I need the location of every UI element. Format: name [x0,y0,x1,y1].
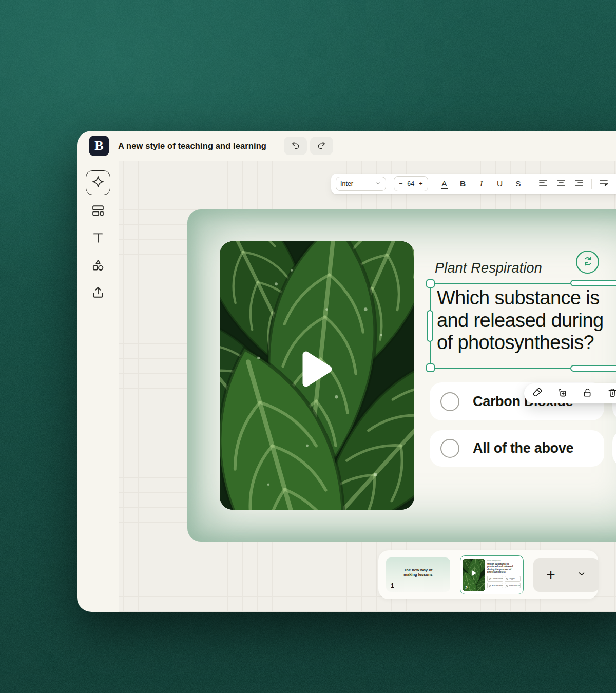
mini-option: Carbon Dioxide [487,576,503,582]
answer-option-card[interactable]: All of the above [430,430,604,467]
element-action-toolbar [524,383,616,403]
resize-handle-left[interactable] [427,310,433,342]
text-wrap-icon [599,178,609,190]
question-line: and released during [437,310,604,332]
slide-number: 1 [391,582,394,589]
chevron-down-icon [577,569,586,581]
video-block[interactable] [220,241,414,510]
text-icon [91,230,105,247]
app-window: B A new style of teaching and learning [77,131,616,612]
align-right-button[interactable] [570,178,588,190]
app-logo[interactable]: B [89,136,109,156]
align-center-icon [556,178,566,190]
italic-button[interactable]: I [472,179,491,188]
question-line: of photosynthesis? [437,332,604,354]
bold-button[interactable]: B [454,179,472,188]
answer-option-label: All of the above [473,440,573,456]
trash-icon [607,387,616,400]
chevron-down-icon [375,180,381,188]
redo-icon [317,140,326,152]
mini-option: None of the above [505,583,521,588]
upload-icon [91,285,105,302]
duplicate-icon [556,387,568,400]
upload-tool[interactable] [91,285,105,302]
font-family-value: Inter [340,180,353,187]
refresh-icon [582,255,594,270]
mini-heading: Plant Respiration [487,560,521,562]
unlock-icon [582,387,593,400]
delete-button[interactable] [607,388,616,399]
mini-option: All of the above [487,583,503,588]
mini-radio-icon [506,585,508,587]
strikethrough-button[interactable]: S [509,179,528,188]
slide-canvas: Plant Respiration [187,209,616,542]
logo-letter: B [94,138,103,153]
thumbnail-2-content: Plant Respiration Which substance is pro… [487,559,521,591]
answer-option-card-partial[interactable] [612,430,616,467]
regenerate-button[interactable] [576,251,599,274]
radio-button[interactable] [440,439,459,458]
radio-button[interactable] [440,392,459,411]
ai-sparkle-tool[interactable] [86,170,110,195]
toolbar-divider [531,179,531,189]
mini-radio-icon [489,585,491,587]
slide-thumbnail-bar: The new way of making lessons 1 2 Plant … [378,550,598,599]
mini-radio-icon [489,578,491,580]
resize-handle-bottom-left[interactable] [426,363,435,372]
duplicate-button[interactable] [556,388,568,399]
text-wrap-button[interactable] [595,178,613,190]
align-center-button[interactable] [552,178,570,190]
layout-icon [91,203,105,220]
tool-sidebar [77,161,119,612]
slide-thumbnail-1[interactable]: The new way of making lessons 1 [386,557,450,592]
top-bar: B A new style of teaching and learning [77,131,616,161]
slide-number: 2 [465,585,468,590]
shapes-tool[interactable] [91,258,105,275]
question-text: Which substance is and released during o… [437,287,604,354]
font-family-select[interactable]: Inter [336,177,386,191]
thumbnail-leaf-image: 2 [463,559,485,591]
editor-canvas: Inter − 64 + A B I U S [119,161,616,612]
shapes-icon [91,258,105,275]
align-right-icon [574,178,584,190]
layout-tool[interactable] [91,203,105,220]
style-brush-button[interactable] [531,388,543,399]
mini-option: Oxygen [505,576,521,582]
resize-handle-top-left[interactable] [426,279,435,288]
lock-button[interactable] [582,388,593,399]
redo-button[interactable] [310,137,333,155]
undo-button[interactable] [284,137,307,155]
text-color-button[interactable]: A [435,179,454,188]
add-slide-control: + [533,558,599,592]
add-slide-button[interactable]: + [535,567,566,583]
undo-icon [291,140,300,152]
sparkle-icon [91,175,105,190]
mini-radio-icon [506,578,508,580]
play-icon [301,350,334,389]
add-slide-dropdown-button[interactable] [566,569,597,581]
increase-font-button[interactable]: + [419,180,422,187]
slide-heading[interactable]: Plant Respiration [435,260,542,276]
mini-question: Which substance is produced and released… [487,563,521,574]
font-size-stepper: − 64 + [394,176,428,191]
slide-thumbnail-2-selected[interactable]: 2 Plant Respiration Which substance is p… [460,555,524,594]
question-line: Which substance is [437,287,604,310]
underline-button[interactable]: U [491,179,509,188]
decrease-font-button[interactable]: − [399,180,402,187]
resize-handle-top[interactable] [570,280,616,286]
play-button[interactable] [301,350,334,391]
mini-play-icon [472,569,476,578]
resize-handle-bottom[interactable] [570,365,616,372]
document-title[interactable]: A new style of teaching and learning [118,131,266,161]
align-left-button[interactable] [534,178,552,190]
align-left-icon [538,178,548,190]
font-size-value: 64 [407,180,414,187]
toolbar-divider [591,179,592,189]
format-toolbar: Inter − 64 + A B I U S [331,174,616,194]
paintbrush-icon [531,387,543,400]
text-tool[interactable] [91,230,105,247]
plus-icon: + [546,567,555,583]
thumbnail-1-title: The new way of making lessons [386,568,450,577]
